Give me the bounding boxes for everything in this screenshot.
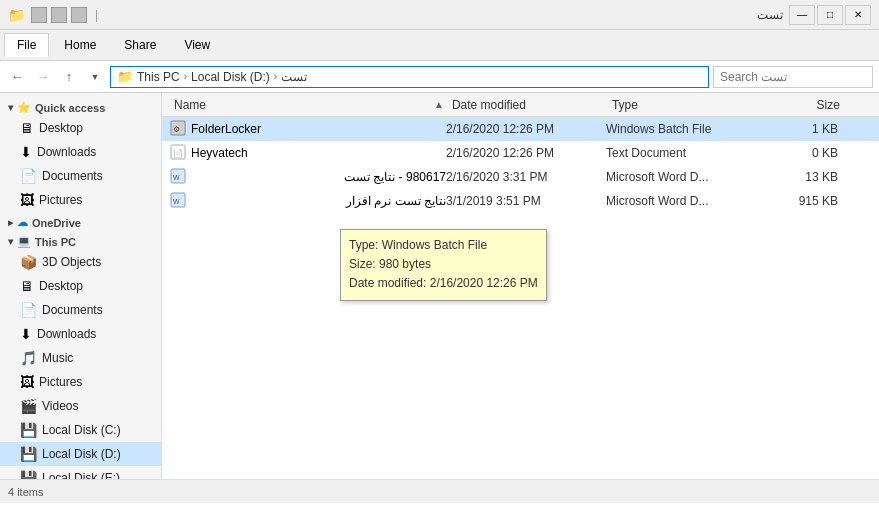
path-folder-icon: 📁 (117, 69, 133, 84)
folderlocker-type: Windows Batch File (606, 122, 766, 136)
path-current[interactable]: تست (281, 70, 307, 84)
folderlocker-name: FolderLocker (191, 122, 446, 136)
sidebar-downloads-label: Downloads (37, 145, 96, 159)
sidebar-item-desktop2[interactable]: 🖥 Desktop (0, 274, 161, 298)
section-this-pc[interactable]: ▾ 💻 This PC (0, 231, 161, 250)
path-sep-1: › (184, 71, 187, 82)
quick-access-btn-2[interactable] (51, 7, 67, 23)
sidebar-item-pictures2[interactable]: 🖼 Pictures (0, 370, 161, 394)
quick-access-btn-1[interactable] (31, 7, 47, 23)
file-row-heyvatech[interactable]: 📄 Heyvatech 2/16/2020 12:26 PM Text Docu… (162, 141, 879, 165)
sort-arrow: ▲ (430, 99, 448, 110)
sidebar-item-videos[interactable]: 🎬 Videos (0, 394, 161, 418)
onedrive-expand-icon: ▸ (8, 217, 13, 228)
downloads2-icon: ⬇ (20, 326, 32, 342)
sidebar-local-d-label: Local Disk (D:) (42, 447, 121, 461)
status-text: 4 items (8, 486, 43, 498)
sidebar-item-local-d[interactable]: 💾 Local Disk (D:) (0, 442, 161, 466)
col-header-type[interactable]: Type (608, 98, 768, 112)
sidebar-3dobjects-label: 3D Objects (42, 255, 101, 269)
onedrive-label: OneDrive (32, 217, 81, 229)
sidebar-item-documents[interactable]: 📄 Documents (0, 164, 161, 188)
sidebar-item-documents2[interactable]: 📄 Documents (0, 298, 161, 322)
close-button[interactable]: ✕ (845, 5, 871, 25)
file-tooltip: Type: Windows Batch File Size: 980 bytes… (340, 229, 547, 301)
recent-locations-button[interactable]: ▼ (84, 66, 106, 88)
section-quick-access[interactable]: ▾ ⭐ Quick access (0, 97, 161, 116)
sidebar: ▾ ⭐ Quick access 🖥 Desktop ⬇ Downloads 📄… (0, 93, 162, 479)
heyvatech-date: 2/16/2020 12:26 PM (446, 146, 606, 160)
search-input[interactable] (713, 66, 873, 88)
downloads-icon: ⬇ (20, 144, 32, 160)
main-layout: ▾ ⭐ Quick access 🖥 Desktop ⬇ Downloads 📄… (0, 93, 879, 479)
sidebar-documents-label: Documents (42, 169, 103, 183)
sidebar-downloads2-label: Downloads (37, 327, 96, 341)
sidebar-item-downloads[interactable]: ⬇ Downloads (0, 140, 161, 164)
natayej-date: 3/1/2019 3:51 PM (446, 194, 606, 208)
col-header-name[interactable]: Name (170, 98, 430, 112)
tab-view[interactable]: View (171, 33, 223, 57)
documents-icon: 📄 (20, 168, 37, 184)
quick-access-star-icon: ⭐ (17, 101, 31, 114)
ribbon: File Home Share View (0, 30, 879, 61)
sidebar-pictures2-label: Pictures (39, 375, 82, 389)
back-button[interactable]: ← (6, 66, 28, 88)
path-local-d[interactable]: Local Disk (D:) (191, 70, 270, 84)
title-bar-quick-access-icons (31, 7, 87, 23)
file-row-folderlocker[interactable]: ⚙ FolderLocker 2/16/2020 12:26 PM Window… (162, 117, 879, 141)
col-header-size[interactable]: Size (768, 98, 848, 112)
address-path[interactable]: 📁 This PC › Local Disk (D:) › تست (110, 66, 709, 88)
videos-icon: 🎬 (20, 398, 37, 414)
heyvatech-type: Text Document (606, 146, 766, 160)
sidebar-item-downloads2[interactable]: ⬇ Downloads (0, 322, 161, 346)
sidebar-item-local-c[interactable]: 💾 Local Disk (C:) (0, 418, 161, 442)
forward-button[interactable]: → (32, 66, 54, 88)
col-header-date[interactable]: Date modified (448, 98, 608, 112)
heyvatech-name: Heyvatech (191, 146, 446, 160)
tab-file[interactable]: File (4, 33, 49, 57)
sidebar-item-music[interactable]: 🎵 Music (0, 346, 161, 370)
local-e-icon: 💾 (20, 470, 37, 479)
sidebar-item-desktop[interactable]: 🖥 Desktop (0, 116, 161, 140)
music-icon: 🎵 (20, 350, 37, 366)
natayej-name: نتایج تست نرم افزار (191, 194, 446, 208)
sidebar-item-pictures[interactable]: 🖼 Pictures (0, 188, 161, 212)
tab-share[interactable]: Share (111, 33, 169, 57)
onedrive-icon: ☁ (17, 216, 28, 229)
title-bar-text: تست (106, 8, 783, 22)
window-controls: — □ ✕ (789, 5, 871, 25)
svg-text:W: W (173, 198, 180, 205)
file-row-980617[interactable]: W 980617 - نتایج تست 2/16/2020 3:31 PM M… (162, 165, 879, 189)
980617-icon: W (170, 168, 186, 187)
status-bar: 4 items (0, 479, 879, 503)
title-bar-folder-icon: 📁 (8, 7, 25, 23)
file-row-natayej[interactable]: W نتایج تست نرم افزار 3/1/2019 3:51 PM M… (162, 189, 879, 213)
sidebar-desktop2-label: Desktop (39, 279, 83, 293)
sidebar-pictures-label: Pictures (39, 193, 82, 207)
desktop2-icon: 🖥 (20, 278, 34, 294)
maximize-button[interactable]: □ (817, 5, 843, 25)
quick-access-expand-icon: ▾ (8, 102, 13, 113)
column-headers: Name ▲ Date modified Type Size (162, 93, 879, 117)
quick-access-btn-3[interactable] (71, 7, 87, 23)
natayej-type: Microsoft Word D... (606, 194, 766, 208)
desktop-icon: 🖥 (20, 120, 34, 136)
minimize-button[interactable]: — (789, 5, 815, 25)
address-bar: ← → ↑ ▼ 📁 This PC › Local Disk (D:) › تس… (0, 61, 879, 93)
sidebar-item-3dobjects[interactable]: 📦 3D Objects (0, 250, 161, 274)
natayej-icon: W (170, 192, 186, 211)
section-onedrive[interactable]: ▸ ☁ OneDrive (0, 212, 161, 231)
sidebar-local-e-label: Local Disk (E:) (42, 471, 120, 479)
heyvatech-size: 0 KB (766, 146, 846, 160)
3dobjects-icon: 📦 (20, 254, 37, 270)
up-button[interactable]: ↑ (58, 66, 80, 88)
tab-home[interactable]: Home (51, 33, 109, 57)
sidebar-item-local-e[interactable]: 💾 Local Disk (E:) (0, 466, 161, 479)
980617-size: 13 KB (766, 170, 846, 184)
local-d-icon: 💾 (20, 446, 37, 462)
folderlocker-date: 2/16/2020 12:26 PM (446, 122, 606, 136)
ribbon-tabs: File Home Share View (0, 30, 879, 60)
folderlocker-icon: ⚙ (170, 120, 186, 139)
path-this-pc[interactable]: This PC (137, 70, 180, 84)
tooltip-line3: Date modified: 2/16/2020 12:26 PM (349, 274, 538, 293)
